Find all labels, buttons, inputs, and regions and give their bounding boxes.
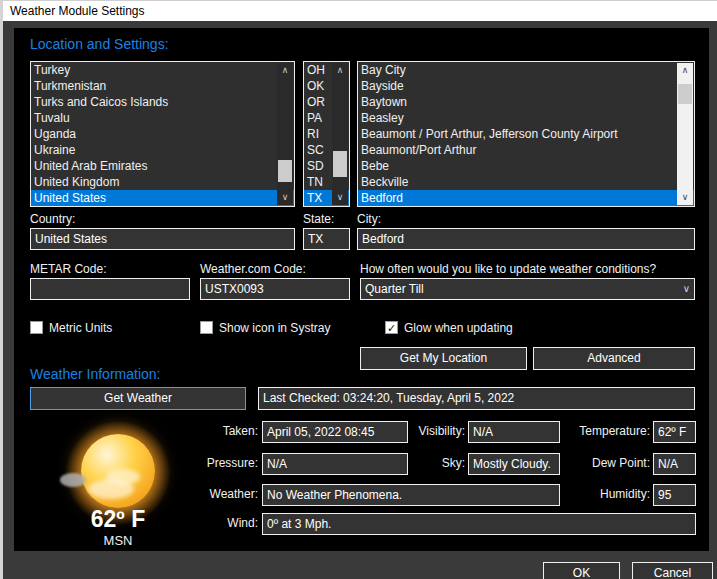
settings-panel: Location and Settings: TurkeyTurkmenista… [14, 28, 709, 551]
window-title: Weather Module Settings [10, 4, 145, 18]
list-item[interactable]: Ukraine [31, 142, 294, 158]
update-frequency-dropdown[interactable]: Quarter Till ∨ [360, 278, 695, 300]
update-frequency-value: Quarter Till [365, 282, 424, 296]
list-item[interactable]: Bayside [358, 78, 694, 94]
scroll-down-icon[interactable]: ∨ [277, 190, 293, 205]
scroll-down-icon[interactable]: ∨ [332, 190, 348, 205]
last-checked-field: Last Checked: 03:24:20, Tuesday, April 5… [258, 387, 695, 410]
temperature-field[interactable]: 62º F [653, 421, 696, 443]
metar-field[interactable] [30, 278, 190, 300]
checkbox-icon[interactable] [30, 321, 43, 334]
section-location-settings: Location and Settings: [30, 36, 169, 52]
country-field[interactable]: United States [30, 228, 295, 250]
scrollbar-thumb[interactable] [333, 151, 347, 177]
update-frequency-label: How often would you like to update weath… [360, 262, 656, 276]
city-field[interactable]: Bedford [357, 228, 695, 250]
checkbox-icon[interactable]: ✓ [385, 321, 398, 334]
state-listbox[interactable]: OHOKORPARISCSDTNTX ∧ ∨ [303, 61, 350, 207]
visibility-label: Visibility: [354, 424, 465, 438]
scroll-down-icon[interactable]: ∨ [677, 190, 693, 205]
weathercom-label: Weather.com Code: [200, 262, 306, 276]
metar-label: METAR Code: [30, 262, 106, 276]
glow-checkbox[interactable]: ✓Glow when updating [385, 318, 513, 332]
wind-field[interactable]: 0º at 3 Mph. [262, 513, 696, 535]
list-item[interactable]: Turkey [31, 62, 294, 78]
list-item[interactable]: Turks and Caicos Islands [31, 94, 294, 110]
current-temperature: 62º F [66, 506, 170, 533]
list-item[interactable]: Baytown [358, 94, 694, 110]
list-item[interactable]: Bebe [358, 158, 694, 174]
scroll-up-icon[interactable]: ∧ [332, 63, 348, 78]
systray-checkbox[interactable]: Show icon in Systray [200, 318, 330, 332]
window-left-border [0, 0, 3, 579]
city-listbox[interactable]: Bay CityBaysideBaytownBeasleyBeaumont / … [357, 61, 695, 207]
cancel-button[interactable]: Cancel [632, 562, 713, 579]
city-label: City: [357, 212, 381, 226]
list-item[interactable]: Bay City [358, 62, 694, 78]
country-listbox[interactable]: TurkeyTurkmenistanTurks and Caicos Islan… [30, 61, 295, 207]
list-item[interactable]: Turkmenistan [31, 78, 294, 94]
list-item[interactable]: Beckville [358, 174, 694, 190]
advanced-button[interactable]: Advanced [533, 347, 695, 370]
country-scrollbar[interactable]: ∧ ∨ [277, 63, 293, 205]
weather-module-settings-window: Weather Module Settings Location and Set… [0, 0, 717, 579]
list-item[interactable]: Uganda [31, 126, 294, 142]
state-label: State: [303, 212, 334, 226]
scrollbar-thumb[interactable] [278, 160, 292, 183]
weathercom-field[interactable]: USTX0093 [200, 278, 350, 300]
temperature-label: Temperature: [539, 424, 650, 438]
checkbox-label: Metric Units [49, 321, 112, 335]
chevron-down-icon[interactable]: ∨ [683, 279, 690, 299]
list-item[interactable]: United Kingdom [31, 174, 294, 190]
state-field[interactable]: TX [303, 228, 350, 250]
metric-units-checkbox[interactable]: Metric Units [30, 318, 112, 332]
get-my-location-button[interactable]: Get My Location [360, 347, 527, 370]
dew-point-label: Dew Point: [539, 456, 650, 470]
humidity-label: Humidity: [539, 487, 650, 501]
dew-point-field[interactable]: N/A [653, 453, 696, 475]
weather-field[interactable]: No Weather Phenomena. [262, 484, 560, 506]
country-label: Country: [30, 212, 75, 226]
sky-label: Sky: [354, 456, 465, 470]
section-weather-information: Weather Information: [30, 366, 160, 382]
weather-source: MSN [66, 533, 170, 548]
list-item[interactable]: Beasley [358, 110, 694, 126]
list-item[interactable]: Beaumont / Port Arthur, Jefferson County… [358, 126, 694, 142]
cloud-icon [106, 469, 140, 485]
cloud-icon [60, 473, 86, 487]
scroll-up-icon[interactable]: ∧ [677, 63, 693, 78]
checkbox-label: Show icon in Systray [219, 321, 330, 335]
ok-button[interactable]: OK [543, 562, 620, 579]
list-item[interactable]: United States [31, 190, 294, 206]
list-item[interactable]: Bedford [358, 190, 694, 206]
scrollbar-thumb[interactable] [678, 84, 692, 104]
titlebar[interactable]: Weather Module Settings [3, 0, 717, 21]
checkbox-label: Glow when updating [404, 321, 513, 335]
get-weather-button[interactable]: Get Weather [30, 387, 246, 410]
scroll-up-icon[interactable]: ∧ [277, 63, 293, 78]
checkbox-icon[interactable] [200, 321, 213, 334]
humidity-field[interactable]: 95 [653, 484, 696, 506]
state-scrollbar[interactable]: ∧ ∨ [332, 63, 348, 205]
list-item[interactable]: Beaumont/Port Arthur [358, 142, 694, 158]
list-item[interactable]: United Arab Emirates [31, 158, 294, 174]
city-scrollbar[interactable]: ∧ ∨ [677, 63, 693, 205]
list-item[interactable]: Tuvalu [31, 110, 294, 126]
